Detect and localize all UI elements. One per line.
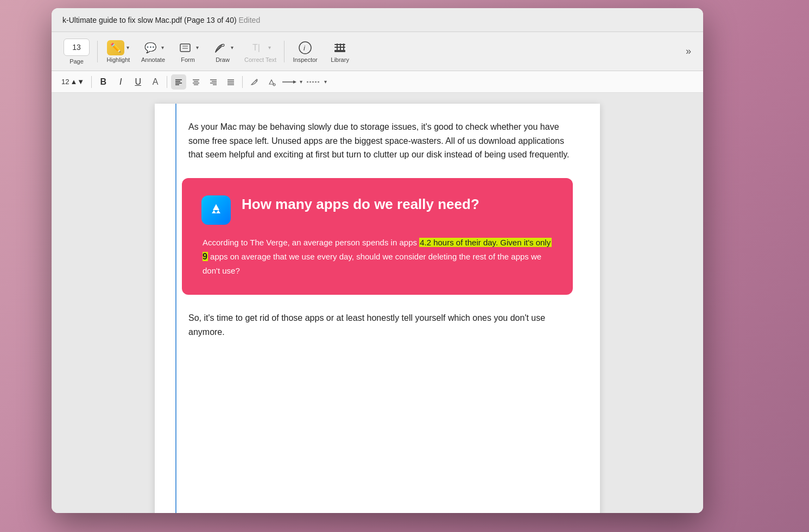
highlighted-text-1: 4.2 hours of their day. Given it's only [419,238,551,247]
more-button[interactable]: » [682,42,694,60]
page-label: Page [69,58,84,65]
pink-card: How many apps do we really need? Accordi… [182,178,573,295]
pen-tool-button[interactable] [247,74,262,90]
fill-tool-button[interactable] [264,74,279,90]
divider-1 [97,41,98,62]
divider-2 [284,41,285,62]
form-tool-group[interactable]: ▾ Form [172,38,204,65]
annotate-chevron[interactable]: ▾ [160,43,165,52]
highlight-label: Highlight [107,56,130,63]
svg-point-28 [273,84,275,86]
card-body: According to The Verge, an average perso… [201,236,553,278]
line-style-button[interactable] [281,74,296,90]
highlight-chevron[interactable]: ▾ [125,43,130,52]
align-left-button[interactable] [171,74,186,90]
library-tool-group[interactable]: Library [324,38,356,65]
edited-status: Edited [238,16,260,24]
inspector-tool-group[interactable]: i Inspector [289,38,321,65]
draw-chevron[interactable]: ▾ [230,43,235,52]
pink-card-header: How many apps do we really need? [201,195,553,225]
svg-text:T|: T| [252,43,260,52]
svg-text:i: i [304,44,306,52]
svg-rect-0 [180,44,190,52]
color-label: A [153,77,159,87]
svg-rect-11 [343,43,344,51]
paragraph-2-text: So, it's time to get rid of those apps o… [188,313,545,337]
pdf-page: As your Mac may be behaving slowly due t… [155,104,600,513]
draw-tool-group[interactable]: ▾ Draw [206,38,239,65]
underline-label: U [135,77,141,87]
italic-label: I [119,77,122,87]
highlight-tool-group[interactable]: ✏️ ▾ Highlight [102,38,135,65]
font-size-dropdown[interactable]: 12 ▲▼ [58,75,87,88]
card-body-after: apps on average that we use every day, s… [203,252,541,275]
library-label: Library [331,56,349,63]
app-window: k-Ultimate guide to fix slow Mac.pdf (Pa… [52,8,703,513]
page-tool-group[interactable]: 13 Page [60,36,93,67]
app-store-icon [201,195,231,225]
paragraph-2: So, it's time to get rid of those apps o… [182,311,573,339]
annotate-label: Annotate [141,56,165,63]
secondary-toolbar: 12 ▲▼ B I U A [52,71,703,93]
document-title: k-Ultimate guide to fix slow Mac.pdf (Pa… [62,16,260,24]
annotate-tool-group[interactable]: 💬 ▾ Annotate [137,38,169,65]
content-area: As your Mac may be behaving slowly due t… [52,93,703,513]
title-text: k-Ultimate guide to fix slow Mac.pdf (Pa… [62,16,237,24]
svg-rect-10 [340,43,341,51]
highlight-span: 4.2 hours of their day. Given it's only [420,238,551,247]
sec-divider-1 [91,76,92,88]
align-center-button[interactable] [188,74,204,90]
page-number-input[interactable]: 13 [64,39,90,56]
highlight-num-span: 9 [203,252,207,261]
form-chevron[interactable]: ▾ [195,43,200,52]
svg-marker-30 [293,80,296,84]
underline-button[interactable]: U [130,74,146,90]
highlight-icon: ✏️ [107,40,124,55]
dash-style-chevron[interactable]: ▾ [323,78,328,86]
italic-button[interactable]: I [113,74,128,90]
svg-rect-9 [337,43,338,51]
pdf-viewport[interactable]: As your Mac may be behaving slowly due t… [52,93,703,513]
line-style-chevron[interactable]: ▾ [299,78,304,86]
card-title: How many apps do we really need? [242,195,479,214]
text-color-button[interactable]: A [148,74,163,90]
sec-divider-2 [167,76,167,88]
justify-button[interactable] [223,74,238,90]
sec-divider-3 [242,76,243,88]
font-size-chevron: ▲▼ [70,78,84,86]
annotate-icon: 💬 [142,40,159,55]
library-icon [331,40,349,55]
card-body-before: According to The Verge, an average perso… [203,238,419,247]
bold-label: B [100,77,106,87]
draw-label: Draw [216,56,230,63]
inspector-label: Inspector [293,56,317,63]
correct-text-label: Correct Text [244,56,276,63]
main-toolbar: 13 Page ✏️ ▾ Highlight 💬 ▾ Annotate [52,32,703,71]
correct-text-icon: T| [249,40,266,55]
align-right-button[interactable] [206,74,221,90]
draw-icon [211,40,229,55]
correct-text-tool-group[interactable]: T| ▾ Correct Text [241,38,280,65]
paragraph-1: As your Mac may be behaving slowly due t… [182,120,573,162]
font-size-value: 12 [61,78,69,86]
correct-text-chevron[interactable]: ▾ [267,43,272,52]
form-icon [176,40,194,55]
inspector-icon: i [296,40,314,55]
dash-style-button[interactable] [306,74,321,90]
bold-button[interactable]: B [96,74,111,90]
title-bar: k-Ultimate guide to fix slow Mac.pdf (Pa… [52,8,703,32]
form-label: Form [181,56,195,63]
svg-point-4 [299,42,311,54]
